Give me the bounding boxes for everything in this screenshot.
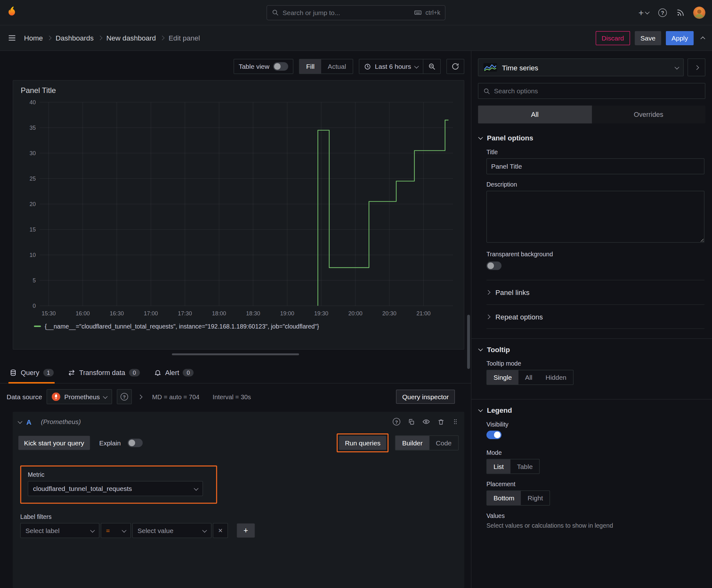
time-range-picker[interactable]: Last 6 hours — [359, 59, 423, 74]
plus-icon: + — [244, 526, 248, 535]
chevron-down-icon — [122, 528, 127, 532]
grafana-logo[interactable] — [6, 6, 19, 19]
collapse-header-button[interactable] — [700, 35, 706, 41]
table-view-toggle[interactable] — [273, 62, 288, 71]
actual-option[interactable]: Actual — [321, 59, 352, 74]
tooltip-mode-all[interactable]: All — [518, 370, 539, 384]
tooltip-mode-hidden[interactable]: Hidden — [539, 370, 573, 384]
tooltip-mode-single[interactable]: Single — [487, 370, 518, 384]
explain-toggle[interactable] — [127, 439, 143, 447]
global-search-input[interactable]: Search or jump to... ctrl+k — [266, 5, 446, 20]
panel-links-row[interactable]: Panel links — [487, 280, 705, 304]
datasource-help-button[interactable]: ? — [117, 389, 132, 404]
search-icon — [483, 87, 490, 94]
query-row-header[interactable]: A (Prometheus) ? — [13, 412, 465, 432]
panel-options-sidebar: Time series All Overrides — [471, 51, 712, 588]
trash-icon[interactable] — [438, 418, 445, 425]
select-value-dropdown[interactable]: Select value — [132, 523, 212, 538]
chevron-right-icon[interactable] — [138, 395, 143, 399]
panel-preview: Panel Title 051015202530354015:3016:0016… — [13, 80, 465, 350]
copy-icon[interactable] — [408, 418, 415, 425]
query-inspector-button[interactable]: Query inspector — [396, 390, 455, 404]
panel-title-input[interactable] — [487, 158, 705, 174]
breadcrumb-dashboards[interactable]: Dashboards — [56, 34, 93, 42]
svg-text:18:30: 18:30 — [246, 310, 260, 317]
pane-resize-handle[interactable] — [172, 353, 299, 355]
refresh-button[interactable] — [447, 59, 464, 74]
interval-stat: Interval = 30s — [213, 393, 251, 400]
options-search-input[interactable] — [494, 87, 700, 95]
transform-icon — [68, 369, 75, 376]
news-button[interactable] — [675, 7, 686, 18]
explain-label: Explain — [99, 439, 121, 447]
help-button[interactable]: ? — [657, 7, 668, 18]
fill-option[interactable]: Fill — [300, 59, 321, 74]
label-filters-label: Label filters — [20, 513, 457, 521]
drag-handle-icon[interactable] — [452, 418, 459, 426]
transparent-background-toggle[interactable] — [487, 261, 502, 270]
datasource-picker[interactable]: Prometheus — [47, 389, 112, 404]
add-filter-button[interactable]: + — [237, 524, 255, 538]
visibility-label: Visibility — [487, 421, 705, 428]
visualization-picker[interactable]: Time series — [478, 58, 684, 76]
help-icon[interactable]: ? — [393, 418, 400, 426]
discard-button[interactable]: Discard — [596, 31, 630, 45]
tab-transform-data[interactable]: Transform data 0 — [67, 362, 141, 383]
run-queries-button[interactable]: Run queries — [339, 436, 386, 450]
remove-filter-button[interactable]: × — [213, 523, 228, 538]
breadcrumb-home[interactable]: Home — [24, 34, 43, 42]
timeseries-viz-icon — [483, 63, 497, 71]
rss-icon — [676, 8, 685, 17]
apply-button[interactable]: Apply — [666, 31, 694, 45]
user-avatar[interactable] — [693, 6, 706, 19]
repeat-options-row[interactable]: Repeat options — [487, 304, 705, 329]
plus-icon: + — [639, 8, 644, 17]
chart-legend: {__name__="cloudflared_tunnel_total_requ… — [34, 323, 457, 330]
zoom-out-button[interactable] — [424, 59, 440, 74]
select-label-dropdown[interactable]: Select label — [20, 523, 100, 538]
table-view-label: Table view — [239, 63, 269, 70]
panel-links-label: Panel links — [495, 288, 530, 296]
tab-transform-label: Transform data — [79, 369, 125, 376]
metric-select[interactable]: cloudflared_tunnel_total_requests — [28, 481, 203, 496]
legend-placement-right[interactable]: Right — [521, 491, 550, 505]
help-icon: ? — [658, 8, 667, 17]
datasource-label: Data source — [6, 393, 42, 400]
legend-placement-bottom[interactable]: Bottom — [487, 491, 521, 505]
description-textarea[interactable] — [487, 191, 705, 243]
vertical-scrollbar-thumb[interactable] — [467, 315, 470, 369]
legend-visibility-toggle[interactable] — [487, 430, 502, 439]
legend-header[interactable]: Legend — [479, 406, 705, 414]
tab-overrides[interactable]: Overrides — [592, 106, 706, 123]
chevron-right-icon — [160, 36, 165, 40]
builder-option[interactable]: Builder — [395, 436, 429, 450]
breadcrumb: Home Dashboards New dashboard Edit panel — [24, 34, 200, 42]
metric-highlight: Metric cloudflared_tunnel_total_requests — [20, 465, 217, 504]
legend-mode-table[interactable]: Table — [511, 460, 539, 474]
eye-icon[interactable] — [423, 418, 430, 426]
legend-placement-segmented: Bottom Right — [487, 491, 550, 506]
collapse-sidebar-button[interactable] — [688, 58, 706, 76]
query-count-badge: 1 — [43, 369, 54, 376]
operator-dropdown[interactable]: = — [101, 523, 131, 538]
tab-alert[interactable]: Alert 0 — [153, 362, 195, 383]
legend-mode-list[interactable]: List — [487, 460, 511, 474]
code-option[interactable]: Code — [429, 436, 458, 450]
refresh-control — [447, 59, 464, 74]
breadcrumb-new-dashboard[interactable]: New dashboard — [106, 34, 156, 42]
tab-all[interactable]: All — [478, 106, 592, 123]
panel-edit-pane: Table view Fill Actual Last 6 hours — [0, 51, 471, 588]
save-button[interactable]: Save — [635, 31, 661, 45]
chevron-down-icon — [478, 407, 483, 412]
query-datasource-hint: (Prometheus) — [41, 418, 81, 426]
tooltip-header[interactable]: Tooltip — [479, 345, 705, 354]
panel-options-header[interactable]: Panel options — [479, 134, 705, 142]
panel-title[interactable]: Panel Title — [20, 85, 457, 99]
new-menu-button[interactable]: + — [638, 7, 650, 18]
tab-query[interactable]: Query 1 — [8, 362, 55, 383]
sidebar-top: Time series All Overrides — [472, 51, 712, 123]
mega-menu-button[interactable] — [6, 33, 18, 44]
legend-series-label[interactable]: {__name__="cloudflared_tunnel_total_requ… — [45, 323, 319, 330]
kick-start-button[interactable]: Kick start your query — [19, 436, 90, 450]
chevron-down-icon[interactable] — [18, 419, 22, 424]
